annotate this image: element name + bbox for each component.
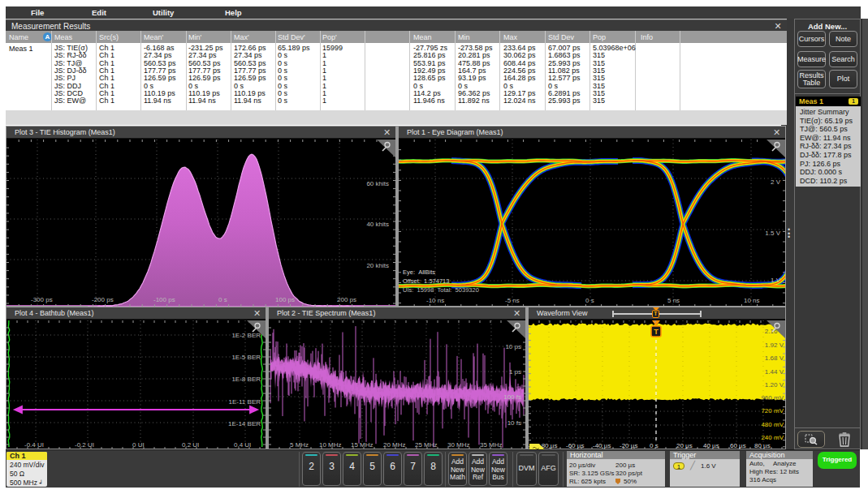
svg-text:0.4 UI: 0.4 UI <box>234 441 251 449</box>
svg-text:30 MHz: 30 MHz <box>447 441 470 449</box>
svg-text:60 µs: 60 µs <box>730 442 746 449</box>
svg-text:40 µs: 40 µs <box>703 442 719 449</box>
svg-text:20 µs: 20 µs <box>676 442 693 449</box>
svg-text:UIs: 15998 Total: 5039320: UIs: 15998 Total: 5039320 <box>403 286 479 294</box>
svg-text:5 MHz: 5 MHz <box>290 441 309 449</box>
svg-text:1E-14 BER: 1E-14 BER <box>228 420 261 427</box>
svg-text:10 MHz: 10 MHz <box>319 441 342 449</box>
svg-text:-60 µs: -60 µs <box>566 442 584 449</box>
svg-text:-300 ps: -300 ps <box>31 296 53 303</box>
svg-text:1E-8 BER: 1E-8 BER <box>231 376 261 383</box>
svg-text:0 s: 0 s <box>218 296 227 303</box>
svg-text:Eye: AllBits: Eye: AllBits <box>403 268 435 276</box>
svg-text:1.44 V: 1.44 V <box>765 368 784 376</box>
svg-text:5 ns: 5 ns <box>667 297 680 304</box>
svg-text:35 MHz: 35 MHz <box>480 441 503 449</box>
svg-text:100 ps: 100 ps <box>275 296 295 303</box>
svg-text:240 mV: 240 mV <box>761 434 784 441</box>
svg-text:960 mV: 960 mV <box>761 394 784 402</box>
svg-text:0 s: 0 s <box>650 442 659 449</box>
svg-text:20 khits: 20 khits <box>366 262 389 269</box>
svg-text:1E-11 BER: 1E-11 BER <box>229 398 261 406</box>
svg-text:60 khits: 60 khits <box>366 180 389 187</box>
svg-text:1E-2 BER: 1E-2 BER <box>231 332 261 339</box>
svg-text:15 MHz: 15 MHz <box>351 441 374 449</box>
svg-text:10 fs: 10 fs <box>507 419 521 427</box>
svg-text:0 s: 0 s <box>585 297 594 304</box>
svg-text:-10 ns: -10 ns <box>426 297 444 304</box>
svg-text:100 fs: 100 fs <box>503 393 521 401</box>
svg-text:-40 µs: -40 µs <box>593 442 611 449</box>
svg-text:1 V: 1 V <box>771 277 781 284</box>
svg-text:-20 µs: -20 µs <box>620 442 637 449</box>
svg-text:1.20 V: 1.20 V <box>765 381 784 389</box>
svg-text:10 ps: 10 ps <box>505 343 521 350</box>
svg-text:200 ps: 200 ps <box>337 296 356 303</box>
svg-text:-0.4 UI: -0.4 UI <box>24 441 44 449</box>
svg-text:1.92 V: 1.92 V <box>765 342 784 349</box>
svg-text:0.2 UI: 0.2 UI <box>182 441 199 449</box>
svg-text:40 khits: 40 khits <box>366 221 389 228</box>
svg-text:-5 ns: -5 ns <box>505 297 520 304</box>
svg-text:1 ps: 1 ps <box>509 368 521 376</box>
svg-text:2 V: 2 V <box>771 178 781 186</box>
svg-text:10 ns: 10 ns <box>744 297 760 304</box>
svg-text:480 mV: 480 mV <box>761 421 784 428</box>
svg-text:80 µs: 80 µs <box>754 442 771 449</box>
svg-text:1.5 V: 1.5 V <box>765 230 780 237</box>
svg-text:-200 ps: -200 ps <box>92 296 114 303</box>
svg-text:-0.2 UI: -0.2 UI <box>75 441 94 449</box>
svg-text:25 MHz: 25 MHz <box>415 441 438 449</box>
svg-text:-100 ps: -100 ps <box>153 296 175 303</box>
svg-text:T: T <box>654 328 659 336</box>
svg-text:720 mV: 720 mV <box>761 407 784 415</box>
svg-text:20 MHz: 20 MHz <box>383 441 406 449</box>
svg-text:1E-5 BER: 1E-5 BER <box>231 354 261 361</box>
svg-text:0 UI: 0 UI <box>132 441 145 449</box>
svg-text:Offset: 1.574713: Offset: 1.574713 <box>403 277 449 285</box>
